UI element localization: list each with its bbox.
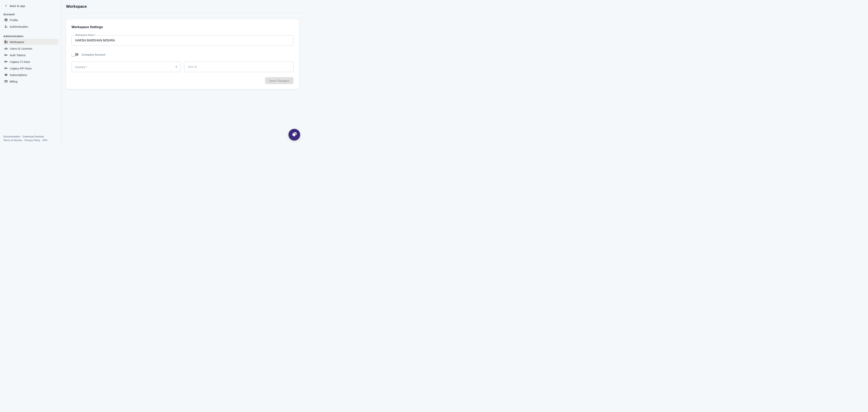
documentation-link[interactable]: Documentation [3,135,20,138]
workspace-settings-page: Back to app Account Profile Authenticati… [0,0,304,144]
content-area: Workspace Settings Workspace Name * Comp… [61,13,304,89]
company-account-row: Company Account [71,51,293,58]
card-title: Workspace Settings [71,25,293,29]
chevron-down-icon [174,65,179,69]
card-actions: Save Changes [71,77,293,84]
chevron-left-icon [4,4,8,7]
section-title-administration: Administration [3,35,58,38]
back-to-app-label: Back to app [10,4,25,7]
person-key-icon [4,25,8,28]
workspace-settings-card: Workspace Settings Workspace Name * Comp… [66,19,299,89]
footer-separator: · [21,135,22,138]
sidebar-footer: Documentation·Download Desktop Terms of … [3,135,48,142]
sidebar-item-label: Profile [10,19,18,22]
footer-separator: · [41,139,42,142]
sidebar-item-label: Authentication [10,25,28,28]
sidebar-item-label: Users & Licenses [10,47,32,50]
section-title-account: Account [3,13,58,16]
account-circle-icon [4,18,8,22]
back-to-app-button[interactable]: Back to app [4,4,58,7]
country-select[interactable]: Country * [71,62,181,72]
key-icon [4,53,8,57]
sidebar-item-label: Billing [10,80,18,83]
sidebar-item-legacy-api-keys[interactable]: Legacy API Keys [3,65,58,71]
toggle-thumb [71,53,75,56]
terms-of-service-link[interactable]: Terms of Service [3,139,22,142]
save-changes-button[interactable]: Save Changes [265,77,293,84]
tax-id-field [184,62,293,72]
credit-card-icon [4,80,8,83]
sidebar-item-auth-tokens[interactable]: Auth Tokens [3,52,58,58]
country-tax-row: Country * [71,62,293,72]
sidebar-item-authentication[interactable]: Authentication [3,24,58,29]
building-icon [4,40,8,43]
page-title: Workspace [66,4,87,9]
sidebar-item-billing[interactable]: Billing [3,79,58,84]
sidebar-item-profile[interactable]: Profile [3,17,58,23]
sidebar-item-subscriptions[interactable]: Subscriptions [3,72,58,78]
sidebar-item-label: Subscriptions [10,73,27,77]
columns-icon [4,73,8,77]
download-desktop-link[interactable]: Download Desktop [23,135,44,138]
sidebar-item-workspace[interactable]: Workspace [3,39,58,45]
sidebar-item-label: Auth Tokens [10,54,26,57]
privacy-policy-link[interactable]: Privacy Policy [24,139,40,142]
tax-id-input[interactable] [184,62,293,72]
dpa-link[interactable]: DPA [42,139,48,142]
company-account-toggle[interactable] [71,53,79,56]
sidebar-item-label: Legacy API Keys [10,67,32,70]
workspace-name-field: Workspace Name * [71,35,293,46]
key-icon [4,66,8,70]
page-header: Workspace [61,0,304,13]
footer-separator: · [23,139,24,142]
sidebar: Back to app Account Profile Authenticati… [0,0,61,144]
chat-launcher-button[interactable] [288,129,300,141]
sidebar-item-users-licenses[interactable]: Users & Licenses [3,46,58,51]
main-area: Workspace Workspace Settings Workspace N… [61,0,304,144]
groups-icon [4,47,8,50]
sidebar-item-label: Workspace [10,40,24,43]
chat-bubbles-icon [291,131,298,138]
company-account-label: Company Account [82,53,105,56]
sidebar-item-label: Legacy CI Keys [10,60,30,63]
workspace-name-label: Workspace Name * [74,34,97,36]
country-select-label: Country * [75,65,87,68]
key-icon [4,60,8,63]
workspace-name-input[interactable] [72,35,293,46]
sidebar-item-legacy-ci-keys[interactable]: Legacy CI Keys [3,59,58,64]
footer-row-2: Terms of Service·Privacy Policy·DPA [3,138,48,142]
footer-row-1: Documentation·Download Desktop [3,135,48,138]
